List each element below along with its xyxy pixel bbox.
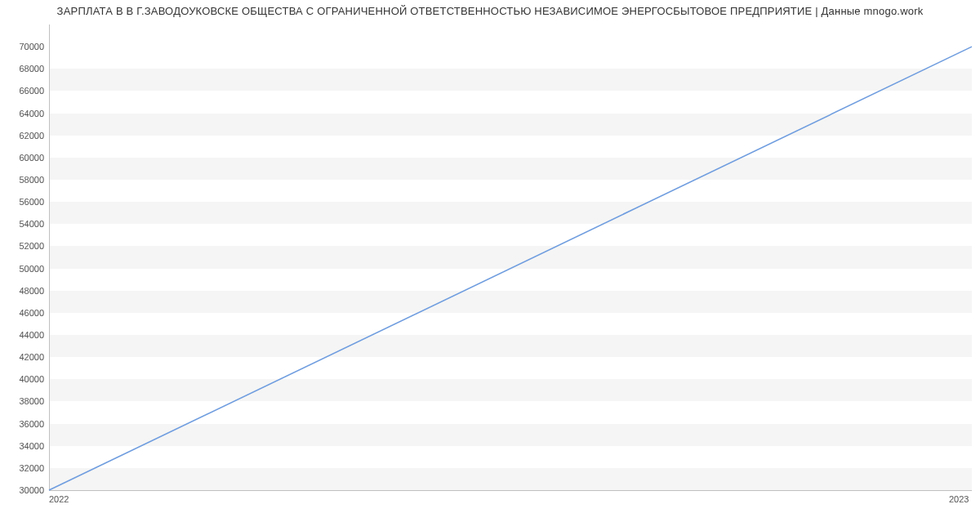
y-tick-label: 34000 [7,441,44,451]
y-tick-label: 64000 [7,109,44,118]
y-tick-label: 56000 [7,197,44,207]
chart-container: ЗАРПЛАТА В В Г.ЗАВОДОУКОВСКЕ ОБЩЕСТВА С … [0,0,980,531]
x-tick-label: 2022 [49,494,69,504]
y-tick-label: 32000 [7,463,44,473]
y-tick-label: 62000 [7,131,44,141]
y-tick-label: 66000 [7,86,44,96]
y-tick-label: 30000 [7,485,44,495]
y-tick-label: 36000 [7,419,44,429]
y-tick-label: 70000 [7,42,44,51]
y-tick-label: 42000 [7,352,44,362]
y-tick-label: 38000 [7,396,44,406]
y-tick-label: 52000 [7,241,44,251]
x-tick-label: 2023 [949,494,969,504]
y-tick-label: 44000 [7,330,44,340]
series-line [49,47,972,490]
y-tick-label: 68000 [7,64,44,74]
y-tick-label: 58000 [7,175,44,185]
y-tick-label: 40000 [7,374,44,384]
chart-title: ЗАРПЛАТА В В Г.ЗАВОДОУКОВСКЕ ОБЩЕСТВА С … [0,5,980,17]
y-tick-label: 50000 [7,264,44,274]
line-series [49,25,972,490]
y-tick-label: 48000 [7,286,44,296]
y-tick-label: 60000 [7,153,44,163]
y-tick-label: 46000 [7,308,44,318]
y-tick-label: 54000 [7,219,44,229]
